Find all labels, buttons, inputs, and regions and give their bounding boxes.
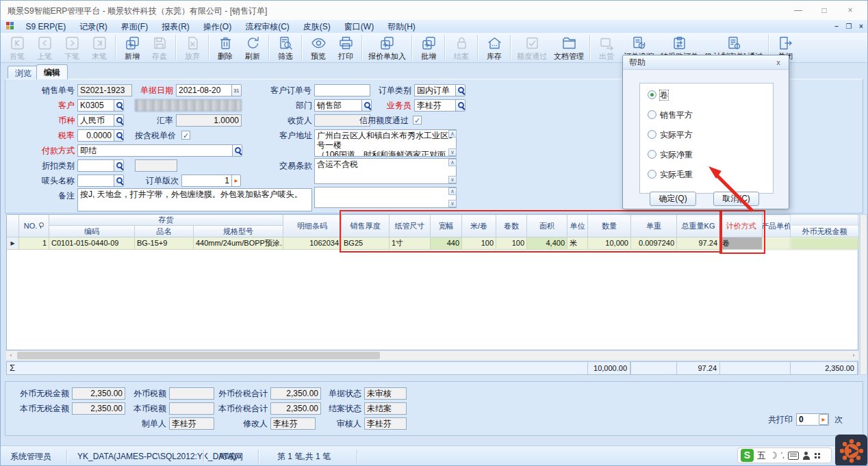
- column-header-detail-barcode[interactable]: 明细条码: [283, 215, 342, 237]
- row-cell-product-unit-price[interactable]: [763, 237, 791, 250]
- column-header-meters-per-roll[interactable]: 米/卷: [462, 215, 496, 237]
- radio-option-actual-gross-weight[interactable]: 实际毛重: [648, 170, 693, 179]
- column-header-unit-weight[interactable]: 单重: [631, 215, 677, 237]
- column-header-total-weight-kg[interactable]: 总重量KG: [677, 215, 720, 237]
- row-cell-meters-per-roll[interactable]: 100: [462, 237, 496, 250]
- extra-notes-scroll-down-icon[interactable]: ∨: [448, 200, 457, 207]
- mdi-close-icon[interactable]: ×: [856, 22, 867, 31]
- trade-terms-scroll-down-icon[interactable]: ∨: [448, 176, 457, 183]
- cust-address-scroll-up-icon[interactable]: ∧: [448, 130, 457, 138]
- radio-icon[interactable]: [648, 170, 656, 179]
- column-header-roll-count[interactable]: 卷数: [496, 215, 527, 237]
- help-dialog-title[interactable]: 帮助: [623, 55, 789, 70]
- radio-icon[interactable]: [648, 150, 656, 159]
- credit-ok-checkbox[interactable]: ✓: [413, 116, 422, 125]
- grid-horizontal-scrollbar[interactable]: ‹ ›: [6, 351, 858, 360]
- toolbar-button-print[interactable]: 打印: [332, 33, 359, 62]
- row-cell-roll-count[interactable]: 100: [496, 237, 527, 250]
- row-cell-foreign-untaxed-amount[interactable]: [791, 237, 859, 250]
- extra-notes-scroll-up-icon[interactable]: ∧: [448, 187, 457, 195]
- remark-field[interactable]: 按J, 天地盒，打井字带，外包缠绕膜。外包装加贴客户唛头。: [77, 188, 312, 211]
- toolbar-button-batch-add[interactable]: 批增: [415, 33, 442, 62]
- discount-type-field[interactable]: [77, 159, 114, 172]
- grid-vertical-scrollbar[interactable]: [860, 214, 867, 375]
- customer-field[interactable]: K0305: [77, 99, 114, 112]
- column-header-product-unit-price[interactable]: 产品单价: [763, 215, 791, 237]
- radio-option-actual-net-weight[interactable]: 实际净重: [648, 150, 693, 159]
- scrollbar-thumb[interactable]: [17, 352, 380, 359]
- help-dialog-close-icon[interactable]: x: [773, 57, 784, 68]
- menu-item-flow-audit[interactable]: 流程审核(C): [238, 21, 296, 34]
- menu-item-s9-erp[interactable]: S9 ERP(E): [18, 21, 73, 34]
- tax-rate-lookup-icon[interactable]: [114, 129, 124, 142]
- ime-toolbar[interactable]: S 五 ☽ ’,: [737, 448, 832, 463]
- column-header-no[interactable]: NO.: [19, 215, 49, 237]
- ok-button[interactable]: 确定(Q): [650, 192, 696, 206]
- tab-edit[interactable]: 编辑: [36, 64, 68, 79]
- cust-order-no-field[interactable]: [314, 84, 370, 96]
- column-header-area[interactable]: 面积: [527, 215, 567, 237]
- grid-icon[interactable]: [814, 452, 821, 459]
- column-header-row-selector[interactable]: [7, 215, 19, 237]
- row-cell-total-weight-kg[interactable]: 97.24: [677, 237, 720, 250]
- row-cell-area[interactable]: 4,400: [527, 237, 567, 250]
- row-cell-no[interactable]: 1: [19, 237, 49, 250]
- row-cell-sales-thickness[interactable]: BG25: [342, 237, 390, 250]
- radio-icon[interactable]: [648, 130, 656, 139]
- payment-lookup-icon[interactable]: [232, 144, 242, 157]
- menu-item-report[interactable]: 报表(R): [155, 21, 196, 34]
- radio-icon[interactable]: [648, 110, 656, 119]
- extra-notes-field[interactable]: [314, 187, 457, 208]
- row-cell-unit-weight[interactable]: 0.0097240: [631, 237, 677, 250]
- toolbar-button-preview[interactable]: 预览: [305, 33, 332, 62]
- column-header-pricing-method[interactable]: 计价方式: [720, 215, 763, 237]
- department-field[interactable]: 销售部: [314, 99, 362, 112]
- cust-address-scroll-down-icon[interactable]: ∨: [448, 148, 457, 156]
- column-header-item-name[interactable]: 品名: [135, 226, 194, 237]
- salesman-lookup-icon[interactable]: [455, 99, 465, 112]
- department-lookup-icon[interactable]: [361, 99, 372, 112]
- trade-terms-field[interactable]: 含运不含税: [314, 158, 457, 184]
- row-cell-unit[interactable]: 米: [567, 237, 588, 250]
- row-cell-detail-barcode[interactable]: 1062034: [283, 237, 342, 250]
- maximize-icon[interactable]: □: [814, 3, 834, 17]
- calendar-icon[interactable]: 31: [231, 84, 242, 96]
- row-cell-spec-model[interactable]: 440mm/24um/BOPP预涂...: [194, 237, 283, 250]
- currency-field[interactable]: 人民币: [77, 114, 114, 127]
- cancel-button[interactable]: 取消(C): [713, 192, 759, 206]
- sogou-logo-icon[interactable]: S: [741, 449, 754, 462]
- tax-rate-field[interactable]: 0.0000: [77, 129, 114, 142]
- column-header-unit[interactable]: 单位: [567, 215, 588, 237]
- menu-item-record[interactable]: 记录(R): [73, 21, 114, 34]
- row-cell-item-name[interactable]: BG-15+9: [135, 237, 194, 250]
- punctuation-icon[interactable]: ’,: [781, 449, 784, 462]
- order-version-spinner-icon[interactable]: ▸: [231, 174, 241, 187]
- column-header-tube-size[interactable]: 纸管尺寸: [390, 215, 431, 237]
- customer-lookup-icon[interactable]: [114, 99, 124, 112]
- toolbar-button-add-new[interactable]: 新增: [118, 33, 146, 62]
- radio-option-actual-square[interactable]: 实际平方: [648, 130, 693, 140]
- row-cell-tube-size[interactable]: 1寸: [390, 237, 431, 250]
- tax-included-checkbox[interactable]: ✓: [181, 131, 190, 140]
- column-header-foreign-untaxed-amount[interactable]: 外币无税金额: [791, 226, 859, 237]
- moon-icon[interactable]: ☽: [769, 449, 778, 462]
- order-type-lookup-icon[interactable]: [455, 84, 465, 96]
- order-type-field[interactable]: 国内订单: [414, 84, 456, 96]
- toolbar-button-filter[interactable]: 筛选: [272, 33, 299, 62]
- cust-address-field[interactable]: 广州白云区人和镇白米布秀水工业区8号一楼 （106国道，时利和海鲜酒家正对面, …: [314, 129, 457, 157]
- doc-date-field[interactable]: 2021-08-20: [176, 84, 232, 96]
- mark-name-lookup-icon[interactable]: [114, 174, 124, 187]
- toolbar-button-delete[interactable]: 删除: [212, 33, 239, 62]
- column-header-spec-model[interactable]: 规格型号: [194, 226, 283, 237]
- tab-browse[interactable]: 浏览: [8, 66, 39, 79]
- keyboard-icon[interactable]: [788, 452, 799, 460]
- column-header-width[interactable]: 宽幅: [431, 215, 462, 237]
- menu-item-skin[interactable]: 皮肤(S): [296, 21, 337, 34]
- wubi-indicator[interactable]: 五: [757, 449, 766, 462]
- column-header-sales-thickness[interactable]: 销售厚度: [342, 215, 390, 237]
- radio-option-sales-square[interactable]: 销售平方: [648, 110, 693, 120]
- minimize-icon[interactable]: —: [788, 3, 808, 17]
- toolbar-button-document-manage[interactable]: 文档管理: [550, 33, 587, 62]
- scroll-right-icon[interactable]: ›: [849, 351, 858, 360]
- column-header-quantity[interactable]: 数量: [588, 215, 631, 237]
